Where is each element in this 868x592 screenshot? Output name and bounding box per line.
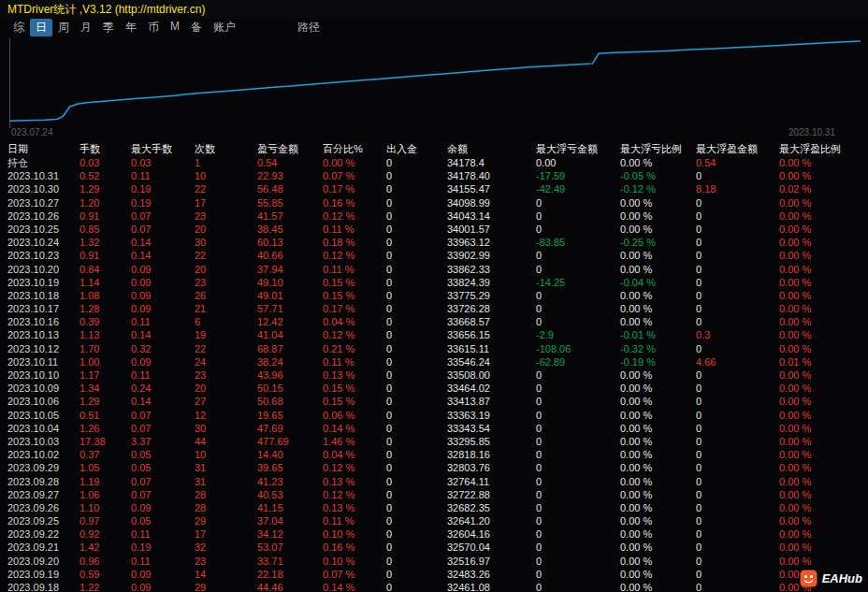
menu-item-path[interactable]: 路径 [292, 19, 326, 36]
table-row[interactable]: 2023.10.250.850.072038.450.11 %034001.57… [0, 223, 868, 236]
table-row[interactable]: 2023.10.101.170.112343.960.13 %033508.00… [0, 368, 868, 382]
table-row[interactable]: 2023.10.050.510.071219.650.06 %033363.19… [0, 409, 868, 422]
menu-item-3[interactable]: 周 [52, 19, 75, 36]
table-row[interactable]: 2023.10.020.370.051014.400.04 %032818.16… [0, 448, 868, 461]
cell-max-float-profit: 0 [696, 448, 779, 461]
cell-deposit-withdrawal: 0 [386, 435, 447, 448]
table-row[interactable]: 2023.09.281.190.073141.230.13 %032764.11… [0, 475, 868, 488]
table-row[interactable]: 2023.10.160.390.11612.420.04 %033668.570… [0, 315, 868, 328]
cell-percent: 0.16 % [323, 196, 386, 209]
table-row[interactable]: 2023.10.181.080.092649.010.15 %033775.29… [0, 289, 868, 302]
menu-item-2[interactable]: 日 [30, 19, 52, 36]
table-row[interactable]: 2023.09.291.050.053139.650.12 %032803.76… [0, 461, 868, 474]
cell-max-float-profit: 0 [696, 568, 779, 581]
cell-lots: 1.06 [80, 488, 131, 501]
menu-item-7[interactable]: 币 [142, 19, 165, 36]
cell-lots: 0.52 [80, 169, 131, 182]
column-header-date[interactable]: 日期 [7, 141, 80, 156]
table-row[interactable]: 2023.10.241.320.143060.130.18 %033963.12… [0, 236, 868, 249]
column-header-deposit-withdrawal[interactable]: 出入金 [386, 141, 447, 156]
menu-item-5[interactable]: 季 [97, 19, 120, 36]
table-row[interactable]: 2023.10.131.130.141941.040.12 %033656.15… [0, 328, 868, 341]
cell-max-float-loss: 0 [536, 315, 620, 328]
column-header-percent[interactable]: 百分比% [323, 141, 386, 156]
table-row[interactable]: 2023.10.171.280.092157.710.17 %033726.28… [0, 302, 868, 315]
cell-max-float-profit-pct: 0.00 % [779, 422, 868, 435]
table-body: 持仓0.030.0310.540.00 %034178.40.000.00 %0… [0, 156, 868, 592]
table-row[interactable]: 2023.10.310.520.111022.930.07 %034178.40… [0, 169, 868, 182]
cell-percent: 0.15 % [323, 382, 386, 395]
cell-max-float-profit: 0 [696, 302, 779, 315]
cell-balance: 34155.47 [447, 182, 536, 195]
cell-max-lots: 0.09 [131, 263, 195, 276]
cell-lots: 1.22 [80, 581, 131, 592]
menubar-items: 综日周月季年币M备账户 [7, 19, 241, 36]
cell-date: 2023.10.06 [7, 395, 80, 408]
cell-max-float-loss: -2.9 [536, 328, 620, 341]
menu-item-1[interactable]: 综 [7, 19, 30, 36]
cell-percent: 0.16 % [323, 541, 386, 554]
column-header-max-float-loss-pct[interactable]: 最大浮亏比例 [620, 141, 696, 156]
cell-max-float-loss: 0 [536, 501, 620, 514]
cell-max-lots: 0.11 [131, 555, 195, 568]
cell-max-float-profit: 8.18 [696, 182, 779, 195]
cell-count: 17 [195, 527, 257, 541]
cell-balance: 33508.00 [447, 368, 536, 382]
cell-date: 2023.10.20 [7, 263, 80, 276]
table-row[interactable]: 2023.09.181.220.092944.460.14 %032461.08… [0, 581, 868, 592]
column-header-count[interactable]: 次数 [195, 141, 257, 156]
table-row[interactable]: 2023.10.200.840.092037.940.11 %033862.33… [0, 263, 868, 276]
table-row[interactable]: 2023.10.230.910.142240.660.12 %033902.99… [0, 249, 868, 262]
table-row[interactable]: 2023.09.190.590.091422.180.07 %032483.26… [0, 568, 868, 581]
table-row[interactable]: 2023.10.0317.383.3744477.691.46 %033295.… [0, 435, 868, 448]
column-header-lots[interactable]: 手数 [80, 141, 131, 156]
table-row[interactable]: 2023.09.261.100.092841.150.13 %032682.35… [0, 501, 868, 514]
cell-date: 2023.10.26 [7, 209, 80, 223]
column-header-pl-amount[interactable]: 盈亏金额 [257, 141, 323, 156]
menu-item-6[interactable]: 年 [120, 19, 142, 36]
cell-max-float-loss-pct: 0.00 % [620, 209, 696, 223]
cell-max-lots: 0.09 [131, 355, 195, 368]
column-header-balance[interactable]: 余额 [447, 141, 536, 156]
menu-item-4[interactable]: 月 [75, 19, 97, 36]
cell-lots: 0.39 [80, 315, 131, 328]
column-header-max-float-profit-pct[interactable]: 最大浮盈比例 [779, 141, 868, 156]
table-row[interactable]: 2023.10.061.290.142750.680.15 %033413.87… [0, 395, 868, 408]
cell-max-float-loss: 0 [536, 527, 620, 541]
cell-max-float-loss: 0 [536, 223, 620, 236]
table-row[interactable]: 2023.10.191.140.092349.100.15 %033824.39… [0, 276, 868, 289]
cell-date: 2023.10.04 [7, 422, 80, 435]
cell-lots: 1.20 [80, 196, 131, 209]
cell-pl-amount: 37.94 [257, 263, 323, 276]
eahub-watermark[interactable]: EAHub [800, 570, 862, 587]
table-row[interactable]: 2023.10.260.910.072341.570.12 %034043.14… [0, 209, 868, 223]
table-row[interactable]: 2023.10.271.200.191755.850.16 %034098.99… [0, 196, 868, 209]
cell-percent: 0.21 % [323, 342, 386, 355]
cell-pl-amount: 50.15 [257, 382, 323, 395]
cell-max-float-profit: 0 [696, 382, 779, 395]
cell-max-lots: 0.11 [131, 315, 195, 328]
cell-max-float-loss: -42.49 [536, 182, 620, 195]
column-header-max-float-profit[interactable]: 最大浮盈金额 [696, 141, 779, 156]
menu-item-9[interactable]: 备 [185, 19, 208, 36]
table-row[interactable]: 2023.09.271.060.072840.530.12 %032722.88… [0, 488, 868, 501]
menu-item-8[interactable]: M [165, 19, 185, 36]
menu-item-10[interactable]: 账户 [208, 19, 241, 36]
cell-pl-amount: 41.04 [257, 328, 323, 341]
cell-balance: 32516.97 [447, 555, 536, 568]
cell-max-float-loss-pct: 0.00 % [620, 475, 696, 488]
table-row[interactable]: 2023.10.121.700.322268.870.21 %033615.11… [0, 342, 868, 355]
table-row[interactable]: 2023.10.091.340.242050.150.15 %033464.02… [0, 382, 868, 395]
cell-lots: 1.26 [80, 422, 131, 435]
table-row[interactable]: 2023.10.111.000.092438.240.11 %033546.24… [0, 355, 868, 368]
table-row[interactable]: 2023.09.211.420.193253.070.16 %032570.04… [0, 541, 868, 554]
column-header-max-float-loss[interactable]: 最大浮亏金额 [536, 141, 620, 156]
table-row[interactable]: 2023.09.250.970.052937.040.11 %032641.20… [0, 514, 868, 527]
cell-pl-amount: 49.01 [257, 289, 323, 302]
table-row[interactable]: 2023.09.220.920.111734.120.10 %032604.16… [0, 527, 868, 541]
table-row[interactable]: 2023.10.041.260.073047.690.14 %033343.54… [0, 422, 868, 435]
table-row[interactable]: 持仓0.030.0310.540.00 %034178.40.000.00 %0… [0, 156, 868, 169]
column-header-max-lots[interactable]: 最大手数 [131, 141, 195, 156]
table-row[interactable]: 2023.09.200.960.112333.710.10 %032516.97… [0, 555, 868, 568]
table-row[interactable]: 2023.10.301.290.192256.480.17 %034155.47… [0, 182, 868, 195]
